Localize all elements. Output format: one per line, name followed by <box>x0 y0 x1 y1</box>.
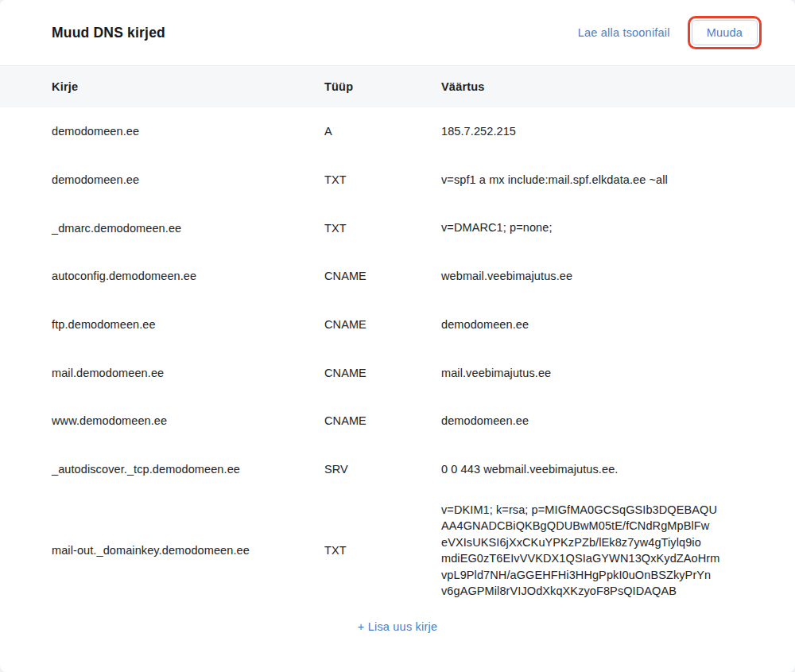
header-actions: Lae alla tsoonifail Muuda <box>578 16 762 49</box>
table-row: autoconfig.demodomeen.eeCNAMEwebmail.vee… <box>0 252 795 301</box>
record-type-cell: TXT <box>324 173 441 186</box>
record-type-cell: CNAME <box>324 367 441 379</box>
table-row: demodomeen.eeA185.7.252.215 <box>0 107 795 156</box>
record-name-cell: ftp.demodomeen.ee <box>52 318 324 331</box>
record-value-cell: v=DMARC1; p=none; <box>441 212 759 244</box>
record-name-cell: mail.demodomeen.ee <box>52 367 324 379</box>
column-header-type: Tüüp <box>324 80 441 93</box>
download-zonefile-link[interactable]: Lae alla tsoonifail <box>578 26 670 39</box>
record-value-cell: demodomeen.ee <box>441 405 759 437</box>
edit-button[interactable]: Muuda <box>692 20 758 45</box>
record-type-cell: A <box>324 125 441 138</box>
card-header: Muud DNS kirjed Lae alla tsoonifail Muud… <box>0 0 795 66</box>
record-type-cell: CNAME <box>324 270 441 282</box>
record-name-cell: _autodiscover._tcp.demodomeen.ee <box>52 463 324 476</box>
record-name-cell: demodomeen.ee <box>52 125 324 138</box>
record-value-cell: v=spf1 a mx include:mail.spf.elkdata.ee … <box>441 164 759 196</box>
table-row: mail-out._domainkey.demodomeen.eeTXTv=DK… <box>0 494 795 608</box>
record-value-cell: webmail.veebimajutus.ee <box>441 260 759 293</box>
table-row: mail.demodomeen.eeCNAMEmail.veebimajutus… <box>0 348 795 397</box>
record-value-cell: 185.7.252.215 <box>441 115 759 148</box>
record-value-cell: v=DKIM1; k=rsa; p=MIGfMA0GCSqGSIb3DQEBAQ… <box>441 494 759 608</box>
record-type-cell: TXT <box>324 222 441 235</box>
record-name-cell: mail-out._domainkey.demodomeen.ee <box>52 544 324 557</box>
dns-records-card: Muud DNS kirjed Lae alla tsoonifail Muud… <box>0 0 795 672</box>
record-type-cell: CNAME <box>324 414 441 427</box>
table-row: _dmarc.demodomeen.eeTXTv=DMARC1; p=none; <box>0 204 795 252</box>
record-name-cell: autoconfig.demodomeen.ee <box>52 270 324 282</box>
record-name-cell: www.demodomeen.ee <box>52 414 324 427</box>
record-name-cell: _dmarc.demodomeen.ee <box>52 222 324 235</box>
annotation-highlight-ring: Muuda <box>688 16 762 49</box>
record-type-cell: CNAME <box>324 318 441 331</box>
record-type-cell: TXT <box>324 544 441 557</box>
table-header-row: Kirje Tüüp Väärtus <box>0 66 795 107</box>
record-value-cell: demodomeen.ee <box>441 309 759 341</box>
table-footer: + Lisa uus kirje <box>0 608 795 634</box>
add-record-link[interactable]: + Lisa uus kirje <box>358 620 437 633</box>
record-value-cell: mail.veebimajutus.ee <box>441 357 759 390</box>
table-row: www.demodomeen.eeCNAMEdemodomeen.ee <box>0 397 795 445</box>
record-type-cell: SRV <box>324 463 441 476</box>
record-value-cell: 0 0 443 webmail.veebimajutus.ee. <box>441 453 759 486</box>
table-row: ftp.demodomeen.eeCNAMEdemodomeen.ee <box>0 301 795 349</box>
column-header-record: Kirje <box>52 80 324 93</box>
table-row: demodomeen.eeTXTv=spf1 a mx include:mail… <box>0 156 795 204</box>
record-name-cell: demodomeen.ee <box>52 173 324 186</box>
column-header-value: Väärtus <box>441 80 759 93</box>
table-body: demodomeen.eeA185.7.252.215demodomeen.ee… <box>0 107 795 608</box>
table-row: _autodiscover._tcp.demodomeen.eeSRV0 0 4… <box>0 445 795 494</box>
page-title: Muud DNS kirjed <box>52 25 165 41</box>
